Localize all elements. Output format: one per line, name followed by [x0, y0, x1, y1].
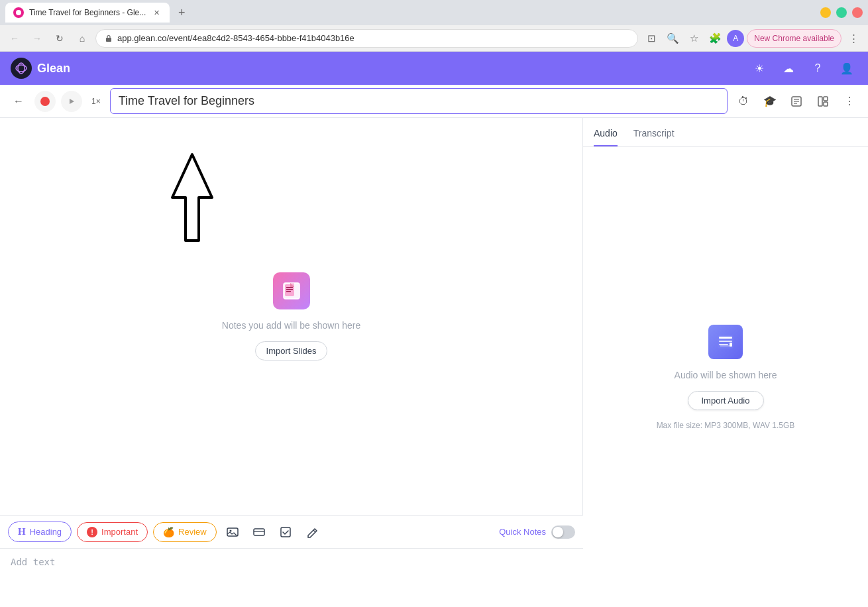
- svg-rect-22: [254, 529, 264, 535]
- window-controls: [820, 7, 863, 18]
- lock-icon: [104, 34, 113, 43]
- svg-rect-26: [719, 337, 732, 339]
- quick-notes-label: Quick Notes: [499, 527, 546, 537]
- address-bar[interactable]: app.glean.co/event/4ea8c4d2-8543-4654-bb…: [95, 29, 638, 48]
- right-panel-tabs: Audio Transcript: [583, 118, 868, 147]
- bottom-toolbar: H Heading ! Important 🍊 Review: [0, 515, 583, 548]
- browser-tab[interactable]: Time Travel for Beginners - Gle... ✕: [5, 3, 170, 23]
- extensions-button[interactable]: 🧩: [706, 29, 724, 48]
- browser-titlebar: Time Travel for Beginners - Gle... ✕ +: [0, 0, 868, 25]
- import-audio-button[interactable]: Import Audio: [688, 391, 764, 410]
- forward-nav-button[interactable]: →: [28, 29, 46, 48]
- search-button[interactable]: 🔍: [663, 29, 682, 48]
- notes-empty-text: Notes you add will be shown here: [222, 320, 360, 331]
- svg-rect-27: [719, 341, 732, 342]
- toggle-knob: [553, 527, 563, 537]
- notes-view-button[interactable]: [786, 91, 807, 112]
- audio-empty-icon: [708, 325, 743, 359]
- app-header-actions: ☀ ☁ ? 👤: [749, 58, 857, 79]
- new-chrome-available-button[interactable]: New Chrome available: [747, 29, 841, 48]
- minimize-button[interactable]: [820, 7, 831, 18]
- notes-text-input[interactable]: [11, 557, 572, 596]
- image-tool-button[interactable]: [222, 522, 243, 543]
- record-dot-icon: [40, 97, 50, 106]
- graduation-hat-button[interactable]: 🎓: [759, 91, 781, 112]
- max-file-size-text: Max file size: MP3 300MB, WAV 1.5GB: [657, 421, 795, 430]
- event-title-input[interactable]: [110, 88, 728, 114]
- heading-label: Heading: [30, 527, 62, 537]
- play-button[interactable]: [61, 91, 82, 112]
- maximize-button[interactable]: [836, 7, 847, 18]
- notes-empty-area: Notes you add will be shown here Import …: [0, 118, 582, 515]
- browser-menu-button[interactable]: ⋮: [844, 29, 863, 48]
- help-button[interactable]: ?: [807, 58, 828, 79]
- tab-close-button[interactable]: ✕: [151, 7, 162, 18]
- browser-toolbar: ← → ↻ ⌂ app.glean.co/event/4ea8c4d2-8543…: [0, 25, 868, 52]
- import-slides-button[interactable]: Import Slides: [255, 341, 328, 360]
- important-icon: !: [87, 527, 97, 537]
- svg-point-0: [16, 10, 21, 15]
- tab-favicon: [13, 7, 24, 18]
- transcript-tab[interactable]: Transcript: [633, 128, 675, 146]
- quick-notes-toggle[interactable]: [551, 525, 575, 539]
- review-icon: 🍊: [163, 527, 174, 537]
- glean-logo-icon: [11, 58, 32, 79]
- profile-avatar[interactable]: A: [727, 30, 744, 47]
- screen-capture-button[interactable]: ⊡: [642, 29, 661, 48]
- card-tool-button[interactable]: [248, 522, 270, 543]
- draw-tool-button[interactable]: [301, 522, 323, 543]
- toolbar-right-actions: ⏱ 🎓 ⋮: [733, 91, 860, 112]
- app-header: Glean ☀ ☁ ? 👤: [0, 52, 868, 85]
- audio-tab[interactable]: Audio: [594, 128, 618, 146]
- svg-rect-16: [286, 287, 293, 288]
- important-label: Important: [101, 527, 138, 537]
- bookmark-button[interactable]: ☆: [684, 29, 703, 48]
- layout-button[interactable]: [812, 91, 834, 112]
- refresh-button[interactable]: ↻: [50, 29, 69, 48]
- right-panel: Audio Transcript Audio will be shown her…: [583, 118, 868, 607]
- important-tag-button[interactable]: ! Important: [77, 522, 148, 542]
- audio-empty-text: Audio will be shown here: [675, 370, 777, 380]
- heading-tag-button[interactable]: H Heading: [8, 522, 72, 542]
- glean-logo: Glean: [11, 58, 70, 79]
- svg-point-21: [229, 529, 231, 531]
- record-button[interactable]: [34, 91, 56, 112]
- review-label: Review: [178, 527, 207, 537]
- text-input-area: [0, 548, 583, 607]
- svg-rect-11: [824, 102, 828, 106]
- svg-rect-1: [106, 38, 111, 42]
- back-button[interactable]: ←: [8, 91, 29, 112]
- home-button[interactable]: ⌂: [73, 29, 91, 48]
- svg-rect-9: [818, 97, 822, 106]
- heading-icon: H: [18, 526, 26, 537]
- browser-chrome: Time Travel for Beginners - Gle... ✕ + ←…: [0, 0, 868, 52]
- glean-logo-text: Glean: [37, 62, 70, 76]
- main-toolbar: ← 1× ⏱ 🎓 ⋮: [0, 85, 868, 118]
- notes-empty-icon: [273, 272, 310, 309]
- notes-panel-wrapper: Notes you add will be shown here Import …: [0, 118, 583, 607]
- svg-rect-18: [286, 291, 291, 292]
- brightness-button[interactable]: ☀: [749, 58, 770, 79]
- cloud-button[interactable]: ☁: [778, 58, 799, 79]
- svg-rect-17: [286, 289, 293, 290]
- review-tag-button[interactable]: 🍊 Review: [153, 522, 217, 542]
- timer-button[interactable]: ⏱: [733, 91, 754, 112]
- svg-rect-24: [281, 527, 290, 537]
- back-nav-button[interactable]: ←: [5, 29, 24, 48]
- svg-rect-10: [824, 97, 828, 101]
- main-content: Notes you add will be shown here Import …: [0, 118, 868, 607]
- more-options-button[interactable]: ⋮: [839, 91, 860, 112]
- speed-button[interactable]: 1×: [87, 94, 105, 109]
- browser-toolbar-actions: ⊡ 🔍 ☆ 🧩 A New Chrome available ⋮: [642, 29, 863, 48]
- svg-rect-28: [719, 344, 728, 345]
- close-button[interactable]: [852, 7, 863, 18]
- checkbox-tool-button[interactable]: [275, 522, 296, 543]
- new-tab-button[interactable]: +: [172, 3, 191, 22]
- address-text: app.glean.co/event/4ea8c4d2-8543-4654-bb…: [117, 33, 629, 43]
- profile-button[interactable]: 👤: [836, 58, 857, 79]
- tab-title: Time Travel for Beginners - Gle...: [29, 8, 146, 17]
- notes-panel: Notes you add will be shown here Import …: [0, 118, 583, 515]
- audio-panel-content: Audio will be shown here Import Audio Ma…: [583, 147, 868, 607]
